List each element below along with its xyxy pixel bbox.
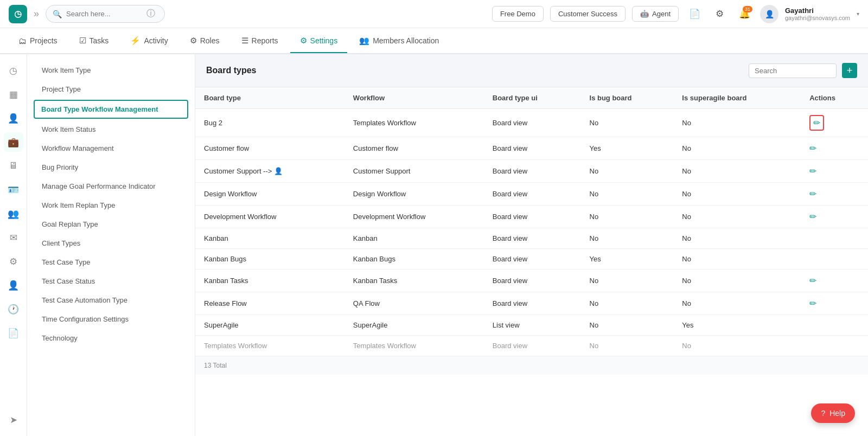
sidebar-item-technology[interactable]: Technology [27,329,195,348]
tab-projects[interactable]: 🗂 Projects [9,30,67,53]
edit-icon-boxed[interactable]: ✏ [809,115,824,131]
sidebar-item-goal-replan[interactable]: Goal Replan Type [27,215,195,234]
sidebar-icon-gear[interactable]: ⚙ [4,252,23,271]
user-info[interactable]: Gayathri gayathri@snovasys.com [785,7,850,21]
sidebar-icon-briefcase[interactable]: 💼 [4,132,23,152]
table-row: Kanban Bugs Kanban Bugs Board view Yes N… [195,249,868,270]
cell-is-bug-board: No [581,315,674,336]
document-icon-btn[interactable]: 📄 [685,5,704,23]
sidebar-item-work-item-type[interactable]: Work Item Type [27,61,195,80]
edit-icon[interactable]: ✏ [809,144,816,153]
sidebar-icon-send[interactable]: ➤ [4,410,23,429]
sidebar-icon-time[interactable]: 🕐 [4,299,23,319]
sidebar-icon-doc[interactable]: 📄 [4,323,23,343]
sidebar-icon-user2[interactable]: 👤 [4,275,23,295]
cell-board-type-ui: Board view [484,292,581,315]
cell-board-type-ui: Board view [484,228,581,249]
cell-workflow: Kanban [344,228,484,249]
cell-is-bug-board: No [581,109,674,137]
cell-workflow: Kanban Bugs [344,249,484,270]
sidebar-item-workflow-management[interactable]: Workflow Management [27,139,195,158]
sidebar-icon-monitor[interactable]: 🖥 [4,156,23,176]
user-dropdown-arrow[interactable]: ▾ [857,11,859,17]
customer-success-button[interactable]: Customer Success [550,6,626,22]
content-area: Board types + Board type Workflow Board … [195,54,868,436]
navbar: 🗂 Projects ☑ Tasks ⚡ Activity ⚙ Roles ☰ … [0,28,868,54]
members-tab-label: Members Allocation [373,36,439,45]
sidebar-icon-clock[interactable]: ◷ [4,61,23,80]
sidebar-icon-person[interactable]: 👤 [4,108,23,128]
table-row: Customer flow Customer flow Board view Y… [195,137,868,160]
cell-board-type-ui: Board view [484,206,581,228]
topbar-actions: Free Demo Customer Success 🤖 Agent 📄 ⚙ 🔔… [492,5,859,23]
edit-icon[interactable]: ✏ [809,189,816,198]
sidebar-icon-people[interactable]: 👥 [4,204,23,223]
tab-members[interactable]: 👥 Members Allocation [349,29,449,53]
free-demo-button[interactable]: Free Demo [492,6,544,22]
cell-board-type-ui: Board view [484,183,581,206]
table-row: Kanban Tasks Kanban Tasks Board view No … [195,270,868,292]
sidebar-item-work-item-replan[interactable]: Work Item Replan Type [27,196,195,215]
tab-tasks[interactable]: ☑ Tasks [69,29,119,53]
sidebar-item-client-types[interactable]: Client Types [27,234,195,253]
main-layout: ◷ ▦ 👤 💼 🖥 🪪 👥 ✉ ⚙ 👤 🕐 📄 ➤ Work Item Type… [0,54,868,436]
sidebar-item-manage-goal[interactable]: Manage Goal Performance Indicator [27,177,195,196]
sidebar-icon-card[interactable]: 🪪 [4,180,23,200]
cell-workflow: QA Flow [344,292,484,315]
sidebar-item-test-case-automation[interactable]: Test Case Automation Type [27,291,195,310]
projects-tab-icon: 🗂 [18,36,27,46]
col-board-type: Board type [195,87,344,109]
expand-icon[interactable]: » [34,8,39,20]
sidebar-item-test-case-type[interactable]: Test Case Type [27,253,195,272]
table-search-input[interactable] [755,67,831,75]
agent-button[interactable]: 🤖 Agent [632,6,679,22]
sidebar-item-board-type-workflow[interactable]: Board Type Workflow Management [34,100,188,119]
search-icon: 🔍 [53,10,62,18]
cell-actions: ✏ [801,292,868,315]
notification-badge: 31 [743,6,752,12]
settings-icon-btn[interactable]: ⚙ [710,5,729,23]
sidebar-item-time-config[interactable]: Time Configuration Settings [27,310,195,329]
cell-workflow: Design Workflow [344,183,484,206]
edit-icon[interactable]: ✏ [809,166,816,176]
sidebar-icon-dashboard[interactable]: ▦ [4,85,23,104]
cell-is-bug-board: No [581,336,674,356]
table-row: Bug 2 Templates Workflow Board view No N… [195,109,868,137]
cell-is-superagile: No [673,160,801,183]
col-is-bug-board: Is bug board [581,87,674,109]
notifications-icon-btn[interactable]: 🔔 31 [735,5,754,23]
sidebar-item-test-case-status[interactable]: Test Case Status [27,272,195,291]
cell-board-type: SuperAgile [195,315,344,336]
table-search-box[interactable] [749,63,837,78]
tab-roles[interactable]: ⚙ Roles [180,29,229,53]
add-button[interactable]: + [842,63,857,78]
edit-icon[interactable]: ✏ [809,299,816,308]
board-types-table: Board type Workflow Board type ui Is bug… [195,87,868,356]
cell-workflow: Customer Support [344,160,484,183]
sidebar-item-bug-priority[interactable]: Bug Priority [27,158,195,177]
help-button[interactable]: ? Help [811,403,855,423]
cell-is-superagile: No [673,292,801,315]
app-logo[interactable]: ◷ [9,5,27,23]
edit-icon[interactable]: ✏ [809,212,816,221]
cell-board-type: Release Flow [195,292,344,315]
search-input[interactable] [66,10,142,18]
sidebar-item-project-type[interactable]: Project Type [27,80,195,99]
edit-icon[interactable]: ✏ [809,276,816,285]
cell-actions [801,249,868,270]
col-is-superagile: Is superagile board [673,87,801,109]
table-row: SuperAgile SuperAgile List view No Yes [195,315,868,336]
tab-activity[interactable]: ⚡ Activity [120,29,177,53]
sidebar-item-work-item-status[interactable]: Work Item Status [27,120,195,139]
search-bar[interactable]: 🔍 ⓘ [46,5,165,23]
sidebar-icon-mail[interactable]: ✉ [4,228,23,247]
user-email: gayathri@snovasys.com [785,15,850,21]
members-tab-icon: 👥 [359,36,369,46]
cell-workflow: Kanban Tasks [344,270,484,292]
cell-board-type: Bug 2 [195,109,344,137]
tab-reports[interactable]: ☰ Reports [232,29,288,53]
cell-actions: ✏ [801,183,868,206]
cell-is-superagile: No [673,137,801,160]
tab-settings[interactable]: ⚙ Settings [290,29,348,53]
cell-workflow: Customer flow [344,137,484,160]
